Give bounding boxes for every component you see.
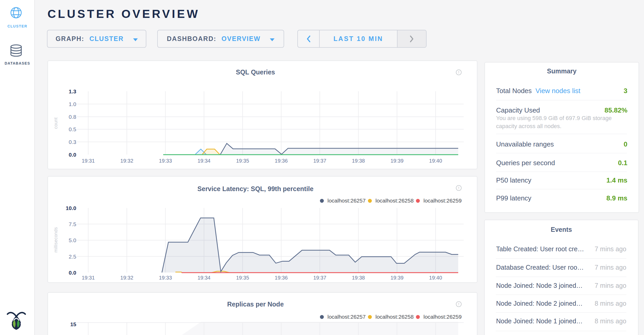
svg-text:0.5: 0.5	[69, 126, 76, 132]
svg-text:19:36: 19:36	[275, 158, 288, 164]
svg-text:19:37: 19:37	[313, 158, 326, 164]
svg-text:2.5: 2.5	[69, 254, 76, 260]
svg-text:0.8: 0.8	[69, 114, 76, 120]
svg-text:19:32: 19:32	[120, 275, 133, 281]
svg-text:milliseconds: milliseconds	[53, 227, 58, 253]
svg-text:0.0: 0.0	[69, 270, 76, 276]
svg-text:count: count	[53, 117, 58, 129]
svg-text:0.3: 0.3	[69, 139, 76, 145]
svg-text:10.0: 10.0	[66, 205, 76, 211]
svg-text:19:35: 19:35	[236, 275, 249, 281]
svg-text:5.0: 5.0	[69, 237, 76, 243]
svg-text:19:34: 19:34	[197, 158, 210, 164]
svg-text:19:40: 19:40	[429, 275, 442, 281]
svg-text:19:31: 19:31	[82, 158, 95, 164]
svg-text:19:38: 19:38	[352, 275, 365, 281]
svg-text:19:38: 19:38	[352, 158, 365, 164]
svg-text:7.5: 7.5	[69, 221, 76, 227]
svg-text:19:34: 19:34	[197, 275, 210, 281]
svg-text:19:36: 19:36	[275, 275, 288, 281]
svg-text:19:39: 19:39	[390, 275, 403, 281]
svg-text:19:32: 19:32	[120, 158, 133, 164]
svg-text:19:33: 19:33	[159, 158, 172, 164]
svg-text:19:37: 19:37	[313, 275, 326, 281]
svg-text:19:35: 19:35	[236, 158, 249, 164]
svg-text:19:33: 19:33	[159, 275, 172, 281]
svg-text:1.3: 1.3	[69, 88, 76, 94]
svg-text:19:31: 19:31	[82, 275, 95, 281]
svg-text:0.0: 0.0	[69, 152, 76, 158]
svg-text:19:39: 19:39	[390, 158, 403, 164]
svg-text:19:40: 19:40	[429, 158, 442, 164]
svg-text:1.0: 1.0	[69, 101, 76, 107]
svg-text:15: 15	[70, 321, 77, 327]
